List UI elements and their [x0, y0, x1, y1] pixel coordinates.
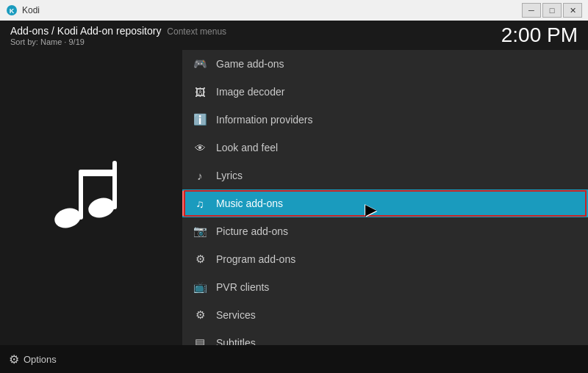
list-item-look-and-feel[interactable]: 👁Look and feel [182, 134, 588, 162]
sort-info: Sort by: Name · 9/19 [10, 37, 226, 46]
pvr-clients-label: PVR clients [216, 281, 269, 293]
game-add-ons-icon: 🎮 [191, 55, 209, 73]
breadcrumb-text: Add-ons / Kodi Add-on repository [10, 25, 161, 37]
music-note-icon [47, 153, 135, 242]
close-button[interactable]: ✕ [563, 3, 582, 18]
music-thumbnail [40, 146, 143, 249]
svg-point-2 [52, 206, 83, 231]
music-add-ons-label: Music add-ons [216, 198, 283, 209]
header-left: Add-ons / Kodi Add-on repository Context… [10, 25, 226, 46]
program-add-ons-icon: ⚙ [191, 250, 209, 268]
app-area: Add-ons / Kodi Add-on repository Context… [0, 21, 588, 373]
list-item-music-add-ons[interactable]: ♫Music add-ons [182, 189, 588, 217]
lyrics-icon: ♪ [191, 167, 209, 184]
information-providers-label: Information providers [216, 114, 313, 126]
bottom-bar: ⚙ Options [0, 345, 588, 373]
list-item-picture-add-ons[interactable]: 📷Picture add-ons [182, 217, 588, 245]
list-item-image-decoder[interactable]: 🖼Image decoder [182, 78, 588, 106]
right-panel: 🎮Game add-ons🖼Image decoderℹ️Information… [182, 50, 588, 345]
services-icon: ⚙ [191, 306, 209, 324]
image-decoder-label: Image decoder [216, 86, 284, 98]
list-item-information-providers[interactable]: ℹ️Information providers [182, 106, 588, 134]
svg-rect-4 [79, 170, 83, 220]
program-add-ons-label: Program add-ons [216, 253, 295, 265]
picture-add-ons-icon: 📷 [191, 222, 209, 240]
music-add-ons-icon: ♫ [191, 195, 209, 212]
left-panel [0, 50, 182, 345]
list-item-pvr-clients[interactable]: 📺PVR clients [182, 273, 588, 301]
kodi-logo-icon: K [6, 4, 18, 16]
subtitles-label: Subtitles [216, 337, 256, 345]
picture-add-ons-label: Picture add-ons [216, 225, 288, 237]
minimize-button[interactable]: ─ [522, 3, 541, 18]
services-label: Services [216, 309, 256, 321]
lyrics-label: Lyrics [216, 170, 243, 181]
look-and-feel-label: Look and feel [216, 142, 278, 153]
svg-rect-6 [79, 170, 117, 176]
image-decoder-icon: 🖼 [191, 83, 209, 101]
maximize-button[interactable]: □ [542, 3, 562, 18]
list-item-subtitles[interactable]: ▤Subtitles [182, 329, 588, 345]
content-area: 🎮Game add-ons🖼Image decoderℹ️Information… [0, 50, 588, 345]
options-label[interactable]: Options [24, 354, 57, 365]
context-hint: Context menus [167, 26, 226, 37]
svg-point-3 [86, 195, 117, 220]
list-item-lyrics[interactable]: ♪Lyrics [182, 162, 588, 189]
title-bar-left: K Kodi [6, 4, 40, 16]
pvr-clients-icon: 📺 [191, 278, 209, 296]
information-providers-icon: ℹ️ [191, 111, 209, 128]
header: Add-ons / Kodi Add-on repository Context… [0, 21, 588, 50]
title-bar-controls: ─ □ ✕ [522, 3, 582, 18]
title-bar: K Kodi ─ □ ✕ [0, 0, 588, 21]
clock: 2:00 PM [501, 23, 578, 47]
title-bar-title: Kodi [22, 5, 40, 15]
list-item-services[interactable]: ⚙Services [182, 301, 588, 329]
breadcrumb: Add-ons / Kodi Add-on repository Context… [10, 25, 226, 37]
subtitles-icon: ▤ [191, 334, 209, 345]
list-item-game-add-ons[interactable]: 🎮Game add-ons [182, 50, 588, 78]
svg-rect-5 [112, 161, 117, 209]
options-icon: ⚙ [9, 352, 19, 366]
look-and-feel-icon: 👁 [191, 139, 209, 156]
game-add-ons-label: Game add-ons [216, 58, 284, 70]
svg-text:K: K [10, 7, 15, 15]
list-item-program-add-ons[interactable]: ⚙Program add-ons [182, 245, 588, 273]
